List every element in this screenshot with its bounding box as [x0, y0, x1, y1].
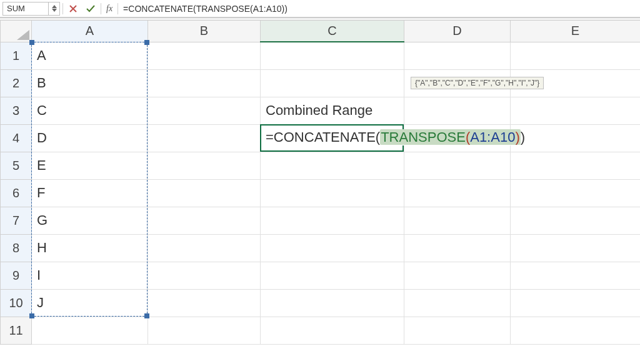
cell-A8[interactable]: H — [32, 234, 148, 262]
cell-D9[interactable] — [404, 262, 511, 289]
cell-A5[interactable]: E — [32, 152, 148, 179]
cell-A7[interactable]: G — [32, 207, 148, 234]
cell-E5[interactable] — [511, 152, 641, 179]
cell-B2[interactable] — [148, 69, 261, 97]
row-header-5[interactable]: 5 — [1, 152, 32, 179]
cell-E10[interactable] — [511, 289, 641, 317]
cell-C3[interactable]: Combined Range — [261, 97, 404, 124]
row-header-8[interactable]: 8 — [1, 234, 32, 262]
cell-D11[interactable] — [404, 317, 511, 344]
accept-button[interactable] — [83, 2, 98, 16]
formula-bar-separator-2 — [101, 3, 101, 14]
cell-A1[interactable]: A — [32, 42, 148, 69]
cell-E4[interactable] — [511, 124, 641, 152]
formula-evaluate-tooltip: {"A","B","C","D","E","F","G","H","I","J"… — [411, 77, 544, 89]
column-header-row: A B C D E — [1, 21, 641, 42]
name-box[interactable] — [3, 4, 48, 13]
cell-B4[interactable] — [148, 124, 261, 152]
row-header-11[interactable]: 11 — [1, 317, 32, 344]
cell-E3[interactable] — [511, 97, 641, 124]
cell-B11[interactable] — [148, 317, 261, 344]
edit-selected-argument: TRANSPOSE(A1:A10) — [380, 129, 521, 145]
cell-B9[interactable] — [148, 262, 261, 289]
row-header-2[interactable]: 2 — [1, 69, 32, 97]
cell-A6[interactable]: F — [32, 179, 148, 207]
cell-D7[interactable] — [404, 207, 511, 234]
cell-D1[interactable] — [404, 42, 511, 69]
cell-E8[interactable] — [511, 234, 641, 262]
cell-C2[interactable] — [261, 69, 404, 97]
column-header-D[interactable]: D — [404, 21, 511, 42]
cell-D8[interactable] — [404, 234, 511, 262]
row-header-1[interactable]: 1 — [1, 42, 32, 69]
cell-A4[interactable]: D — [32, 124, 148, 152]
cell-B10[interactable] — [148, 289, 261, 317]
column-header-B[interactable]: B — [148, 21, 261, 42]
cell-C4[interactable]: =CONCATENATE(TRANSPOSE(A1:A10)) — [261, 124, 404, 152]
edit-token-close2: ) — [515, 129, 519, 145]
formula-bar: fx — [0, 0, 640, 17]
cell-C6[interactable] — [261, 179, 404, 207]
name-box-wrapper[interactable] — [2, 2, 60, 16]
column-header-C[interactable]: C — [261, 21, 404, 42]
edit-token-concat: CONCATENATE — [274, 129, 376, 145]
cell-C5[interactable] — [261, 152, 404, 179]
cell-A3[interactable]: C — [32, 97, 148, 124]
edit-token-close1: ) — [521, 129, 525, 145]
cell-B1[interactable] — [148, 42, 261, 69]
row-header-3[interactable]: 3 — [1, 97, 32, 124]
cell-D10[interactable] — [404, 289, 511, 317]
cell-C1[interactable] — [261, 42, 404, 69]
cell-E11[interactable] — [511, 317, 641, 344]
row-header-10[interactable]: 10 — [1, 289, 32, 317]
dropdown-down-icon — [52, 9, 57, 12]
cell-A2[interactable]: B — [32, 69, 148, 97]
cell-C9[interactable] — [261, 262, 404, 289]
edit-token-transpose: TRANSPOSE — [381, 129, 466, 145]
column-header-E[interactable]: E — [511, 21, 641, 42]
cancel-button[interactable] — [66, 2, 81, 16]
cell-B7[interactable] — [148, 207, 261, 234]
cell-A11[interactable] — [32, 317, 148, 344]
cell-D5[interactable] — [404, 152, 511, 179]
row-header-7[interactable]: 7 — [1, 207, 32, 234]
row-header-6[interactable]: 6 — [1, 179, 32, 207]
cell-C8[interactable] — [261, 234, 404, 262]
cell-B6[interactable] — [148, 179, 261, 207]
edit-token-range: A1:A10 — [470, 129, 515, 145]
cell-D3[interactable] — [404, 97, 511, 124]
cell-E6[interactable] — [511, 179, 641, 207]
dropdown-up-icon — [52, 5, 57, 8]
row-header-9[interactable]: 9 — [1, 262, 32, 289]
cell-C11[interactable] — [261, 317, 404, 344]
name-box-dropdown[interactable] — [48, 2, 59, 15]
formula-bar-separator-3 — [118, 3, 118, 14]
cell-B3[interactable] — [148, 97, 261, 124]
row-header-4[interactable]: 4 — [1, 124, 32, 152]
cell-B8[interactable] — [148, 234, 261, 262]
formula-bar-separator — [62, 3, 63, 14]
spreadsheet-grid[interactable]: A B C D E 1 A 2 B 3 C Combined Range — [0, 21, 640, 345]
cell-C7[interactable] — [261, 207, 404, 234]
cell-E1[interactable] — [511, 42, 641, 69]
select-all-corner[interactable] — [1, 21, 32, 42]
fx-label[interactable]: fx — [104, 4, 115, 14]
cell-D6[interactable] — [404, 179, 511, 207]
cell-A9[interactable]: I — [32, 262, 148, 289]
formula-input[interactable] — [121, 4, 638, 14]
cell-A10[interactable]: J — [32, 289, 148, 317]
cell-C4-edit-content[interactable]: =CONCATENATE(TRANSPOSE(A1:A10)) — [266, 129, 526, 145]
cell-C10[interactable] — [261, 289, 404, 317]
column-header-A[interactable]: A — [32, 21, 148, 42]
edit-token-eq: = — [266, 129, 274, 145]
cell-E7[interactable] — [511, 207, 641, 234]
cell-B5[interactable] — [148, 152, 261, 179]
cell-E9[interactable] — [511, 262, 641, 289]
